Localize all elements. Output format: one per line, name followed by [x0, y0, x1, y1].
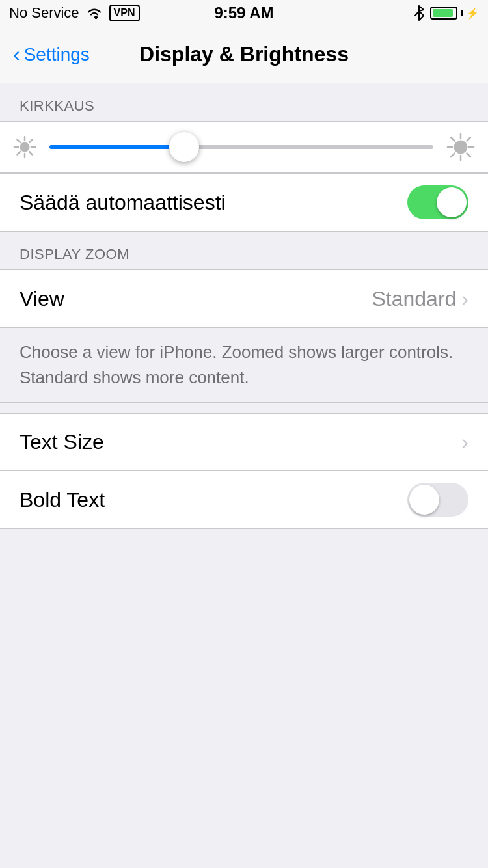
- vpn-badge: VPN: [109, 5, 140, 21]
- view-cell[interactable]: View Standard ›: [0, 270, 488, 327]
- text-size-value: ›: [461, 430, 468, 454]
- back-button[interactable]: ‹ Settings: [13, 42, 90, 66]
- sun-small-icon: [13, 135, 36, 159]
- svg-line-7: [29, 140, 33, 143]
- battery-fill: [433, 9, 453, 17]
- page-title: Display & Brightness: [139, 42, 349, 66]
- display-zoom-section-header: DISPLAY ZOOM: [0, 232, 488, 269]
- text-settings-group-wrapper: Text Size › Bold Text: [0, 413, 488, 529]
- bold-toggle-thumb: [409, 485, 439, 515]
- view-value-text: Standard: [372, 287, 456, 311]
- view-value-container: Standard ›: [372, 287, 468, 311]
- carrier-text: No Service: [9, 5, 79, 21]
- kirkkaus-section-header: KIRKKAUS: [0, 83, 488, 121]
- text-size-label: Text Size: [20, 430, 104, 454]
- svg-point-9: [454, 141, 467, 154]
- brightness-slider[interactable]: [49, 135, 433, 159]
- svg-line-17: [451, 154, 455, 157]
- text-size-cell[interactable]: Text Size ›: [0, 414, 488, 471]
- auto-brightness-toggle[interactable]: [407, 185, 468, 219]
- bold-text-cell: Bold Text: [0, 471, 488, 528]
- sun-large-icon: [446, 133, 475, 161]
- charging-icon: ⚡: [466, 7, 479, 20]
- bold-text-toggle[interactable]: [407, 483, 468, 517]
- svg-line-6: [29, 152, 33, 155]
- status-time: 9:59 AM: [214, 4, 273, 22]
- battery-tip: [461, 10, 463, 16]
- battery-container: ⚡: [430, 7, 479, 20]
- brightness-slider-cell: [0, 121, 488, 173]
- svg-line-5: [18, 140, 21, 143]
- slider-fill: [49, 145, 184, 149]
- svg-line-15: [467, 154, 471, 157]
- auto-brightness-cell: Säädä automaattisesti: [0, 174, 488, 231]
- nav-bar: ‹ Settings Display & Brightness: [0, 26, 488, 83]
- text-settings-group: Text Size › Bold Text: [0, 413, 488, 529]
- display-zoom-description: Choose a view for iPhone. Zoomed shows l…: [0, 328, 488, 403]
- auto-brightness-group: Säädä automaattisesti: [0, 173, 488, 232]
- slider-thumb[interactable]: [169, 132, 199, 162]
- text-size-chevron-icon: ›: [461, 430, 468, 454]
- auto-brightness-label: Säädä automaattisesti: [20, 191, 226, 215]
- back-label: Settings: [24, 44, 90, 65]
- svg-line-8: [18, 152, 21, 155]
- wifi-icon: [86, 7, 103, 20]
- back-chevron-icon: ‹: [13, 42, 20, 66]
- view-label: View: [20, 287, 64, 311]
- svg-point-0: [20, 142, 29, 152]
- status-bar: No Service VPN 9:59 AM ⚡: [0, 0, 488, 26]
- svg-line-16: [467, 137, 471, 141]
- bold-text-label: Bold Text: [20, 488, 105, 512]
- slider-track: [49, 145, 433, 149]
- bluetooth-icon: [413, 5, 425, 21]
- status-left: No Service VPN: [9, 5, 140, 21]
- display-zoom-group: View Standard ›: [0, 269, 488, 328]
- toggle-thumb: [437, 187, 467, 217]
- battery-body: [430, 7, 457, 20]
- status-right: ⚡: [413, 5, 479, 21]
- view-chevron-icon: ›: [461, 287, 468, 311]
- svg-line-14: [451, 137, 455, 141]
